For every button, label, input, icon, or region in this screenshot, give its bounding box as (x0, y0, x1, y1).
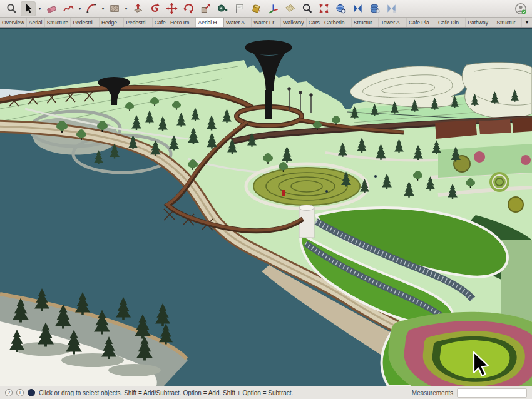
tab-hedge[interactable]: Hedge... (100, 18, 124, 27)
user-account-icon[interactable] (514, 3, 527, 15)
tab-structure-3[interactable]: Structur... (494, 18, 522, 27)
scene-tabs: Overview Aerial Structure Pedestri... He… (0, 18, 532, 28)
tab-tower-a[interactable]: Tower A... (379, 18, 407, 27)
rectangle-tool-caret[interactable]: ▾ (124, 1, 128, 16)
previous-view-tool[interactable] (350, 1, 365, 16)
freehand-tool[interactable] (61, 1, 76, 16)
tab-cafe-dining[interactable]: Cafe Din... (436, 18, 466, 27)
tab-walkway[interactable]: Walkway (281, 18, 307, 27)
maze-garden (246, 164, 367, 209)
measurements-label: Measurements (412, 390, 453, 396)
search-tool[interactable] (4, 1, 19, 16)
component-axes-tool[interactable] (265, 1, 280, 16)
tab-aerial-h-active[interactable]: Aerial H... (196, 18, 224, 27)
info-icon[interactable]: i (16, 389, 24, 396)
section-plane-tool[interactable] (282, 1, 297, 16)
tab-hero-image[interactable]: Hero Im... (168, 18, 197, 27)
select-tool-caret[interactable]: ▾ (38, 1, 42, 16)
geolocation-icon[interactable] (28, 389, 35, 396)
tab-pedestrian-2[interactable]: Pedestri... (124, 18, 153, 27)
measurements-input[interactable] (457, 388, 527, 398)
freehand-tool-caret[interactable]: ▾ (78, 1, 82, 16)
tab-water-fr[interactable]: Water Fr... (252, 18, 281, 27)
arc-tool[interactable] (84, 1, 99, 16)
eraser-tool[interactable] (44, 1, 59, 16)
tab-water-a[interactable]: Water A... (224, 18, 252, 27)
layers-stack-tool[interactable] (367, 1, 382, 16)
select-tool[interactable] (21, 1, 36, 16)
add-location-tool[interactable] (333, 1, 348, 16)
scale-tool[interactable] (198, 1, 213, 16)
follow-me-tool[interactable] (147, 1, 162, 16)
rotate-tool[interactable] (181, 1, 196, 16)
rectangle-tool[interactable] (107, 1, 122, 16)
park-model-render (0, 28, 532, 386)
help-icon[interactable]: ? (5, 389, 13, 396)
status-bar: ? i Click or drag to select objects. Shi… (0, 386, 532, 399)
status-message: Click or drag to select objects. Shift =… (39, 390, 293, 396)
zoom-extents-tool[interactable] (316, 1, 331, 16)
tab-overflow-caret[interactable]: ▼ (522, 18, 532, 27)
tab-structure[interactable]: Structure (45, 18, 71, 27)
paint-bucket-tool[interactable] (248, 1, 263, 16)
move-tool[interactable] (164, 1, 179, 16)
viewport-top-edge (0, 28, 532, 29)
arc-tool-caret[interactable]: ▾ (101, 1, 105, 16)
push-pull-tool[interactable] (130, 1, 145, 16)
zoom-tool[interactable] (299, 1, 314, 16)
tab-gathering[interactable]: Gatherin... (322, 18, 352, 27)
next-view-tool[interactable] (384, 1, 399, 16)
model-viewport[interactable] (0, 28, 532, 386)
tab-overview[interactable]: Overview (0, 18, 27, 27)
tape-measure-tool[interactable] (215, 1, 230, 16)
dimension-text-tool[interactable] (232, 1, 247, 16)
tab-cafe[interactable]: Cafe (153, 18, 168, 27)
tab-cars[interactable]: Cars (307, 18, 322, 27)
tab-pedestrian-1[interactable]: Pedestri... (71, 18, 100, 27)
toolbar: ▾ ▾ ▾ ▾ (0, 0, 532, 18)
tab-cafe-plaza[interactable]: Cafe Pla... (407, 18, 436, 27)
tab-aerial[interactable]: Aerial (27, 18, 45, 27)
terraced-mound (388, 312, 532, 386)
tab-pathway[interactable]: Pathway... (466, 18, 494, 27)
tab-structure-2[interactable]: Structur... (352, 18, 379, 27)
